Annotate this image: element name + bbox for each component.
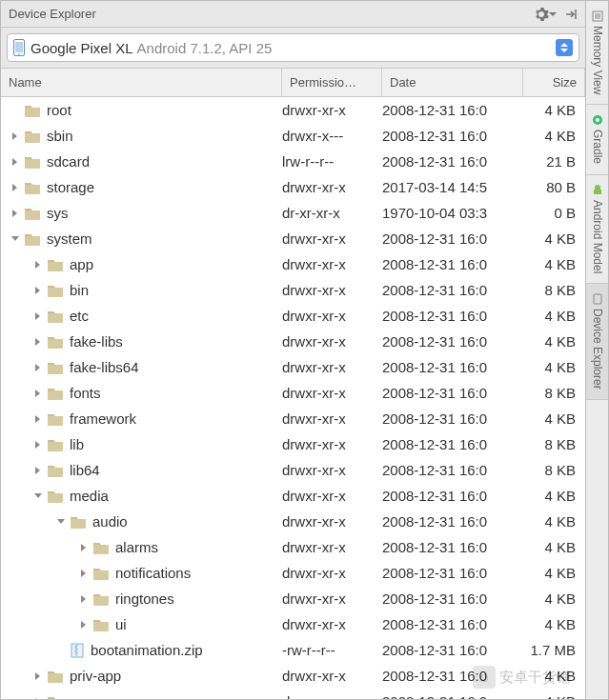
- folder-icon: [24, 130, 41, 143]
- tab-gradle[interactable]: Gradle: [586, 105, 608, 174]
- file-name: fake-libs64: [70, 359, 139, 375]
- file-size: 4 KB: [523, 668, 585, 684]
- file-date: 2008-12-31 16:0: [382, 488, 523, 504]
- file-date: 2008-12-31 16:0: [382, 128, 523, 144]
- disclosure-collapsed-icon[interactable]: [77, 594, 91, 604]
- tree-row[interactable]: usrdrwxr-xr-x2008-12-31 16:04 KB: [1, 689, 585, 699]
- dropdown-toggle-icon[interactable]: [556, 39, 573, 56]
- disclosure-expanded-icon[interactable]: [54, 518, 68, 526]
- file-date: 2008-12-31 16:0: [382, 462, 523, 478]
- folder-icon: [47, 387, 64, 400]
- file-permissions: drwxr-xr-x: [282, 333, 382, 350]
- tree-row[interactable]: bootanimation.zip-rw-r--r--2008-12-31 16…: [1, 637, 585, 663]
- tree-row[interactable]: libdrwxr-xr-x2008-12-31 16:08 KB: [1, 431, 585, 457]
- disclosure-collapsed-icon[interactable]: [9, 157, 22, 167]
- table-header: Name Permissio… Date Size: [1, 69, 585, 97]
- tree-row[interactable]: fake-libsdrwxr-xr-x2008-12-31 16:04 KB: [1, 329, 585, 354]
- disclosure-collapsed-icon[interactable]: [31, 260, 45, 270]
- disclosure-collapsed-icon[interactable]: [31, 697, 45, 700]
- file-size: 4 KB: [523, 333, 585, 350]
- file-permissions: drwxr-xr-x: [282, 359, 382, 375]
- tree-row[interactable]: systemdrwxr-xr-x2008-12-31 16:04 KB: [1, 226, 585, 251]
- file-name: audio: [92, 513, 128, 530]
- tree-row[interactable]: storagedrwxr-xr-x2017-03-14 14:580 B: [1, 174, 585, 200]
- tree-row[interactable]: rootdrwxr-xr-x2008-12-31 16:04 KB: [1, 97, 585, 123]
- folder-icon: [47, 335, 64, 349]
- gear-icon[interactable]: [534, 7, 557, 22]
- hide-icon[interactable]: [564, 8, 578, 21]
- tree-row[interactable]: fake-libs64drwxr-xr-x2008-12-31 16:04 KB: [1, 354, 585, 380]
- file-permissions: drwxr-xr-x: [282, 230, 382, 247]
- disclosure-collapsed-icon[interactable]: [31, 466, 45, 475]
- file-date: 2008-12-31 16:0: [382, 385, 523, 401]
- file-size: 4 KB: [523, 230, 585, 247]
- disclosure-collapsed-icon[interactable]: [31, 440, 45, 450]
- tree-row[interactable]: mediadrwxr-xr-x2008-12-31 16:04 KB: [1, 483, 585, 509]
- folder-icon: [92, 618, 110, 631]
- disclosure-collapsed-icon[interactable]: [31, 363, 45, 372]
- file-name: bootanimation.zip: [91, 642, 203, 658]
- tree-row[interactable]: uidrwxr-xr-x2008-12-31 16:04 KB: [1, 611, 585, 637]
- file-name: storage: [47, 179, 94, 195]
- file-date: 2008-12-31 16:0: [382, 359, 523, 375]
- file-size: 4 KB: [523, 256, 585, 272]
- disclosure-collapsed-icon[interactable]: [9, 209, 22, 218]
- disclosure-collapsed-icon[interactable]: [77, 620, 91, 630]
- disclosure-expanded-icon[interactable]: [31, 492, 45, 500]
- tree-row[interactable]: audiodrwxr-xr-x2008-12-31 16:04 KB: [1, 509, 585, 534]
- tab-android-model[interactable]: Android Model: [586, 175, 608, 284]
- header-size[interactable]: Size: [523, 69, 585, 96]
- folder-icon: [47, 310, 64, 323]
- disclosure-collapsed-icon[interactable]: [9, 183, 22, 192]
- disclosure-collapsed-icon[interactable]: [77, 543, 91, 552]
- tab-memory-view[interactable]: Memory View: [586, 1, 608, 105]
- tree-row[interactable]: lib64drwxr-xr-x2008-12-31 16:08 KB: [1, 457, 585, 483]
- folder-icon: [92, 567, 110, 580]
- tree-row[interactable]: alarmsdrwxr-xr-x2008-12-31 16:04 KB: [1, 534, 585, 560]
- file-permissions: drwxr-xr-x: [282, 488, 382, 504]
- tree-row[interactable]: sbindrwxr-x---2008-12-31 16:04 KB: [1, 123, 585, 149]
- file-size: 4 KB: [523, 513, 585, 530]
- tree-row[interactable]: ringtonesdrwxr-xr-x2008-12-31 16:04 KB: [1, 586, 585, 611]
- file-permissions: drwxr-x---: [282, 128, 382, 144]
- file-date: 2008-12-31 16:0: [382, 436, 523, 452]
- device-dropdown[interactable]: Google Pixel XL Android 7.1.2, API 25: [7, 33, 579, 62]
- tree-row[interactable]: bindrwxr-xr-x2008-12-31 16:08 KB: [1, 277, 585, 303]
- file-permissions: -rw-r--r--: [282, 642, 382, 658]
- tree-row[interactable]: appdrwxr-xr-x2008-12-31 16:04 KB: [1, 251, 585, 277]
- disclosure-collapsed-icon[interactable]: [31, 337, 45, 347]
- tree-row[interactable]: sdcardlrw-r--r--2008-12-31 16:021 B: [1, 149, 585, 174]
- titlebar: Device Explorer: [1, 1, 585, 28]
- panel-title: Device Explorer: [9, 7, 96, 21]
- file-date: 2008-12-31 16:0: [382, 565, 523, 581]
- disclosure-expanded-icon[interactable]: [9, 235, 22, 243]
- tree-row[interactable]: frameworkdrwxr-xr-x2008-12-31 16:04 KB: [1, 406, 585, 431]
- file-date: 2008-12-31 16:0: [382, 333, 523, 350]
- header-name[interactable]: Name: [1, 69, 282, 96]
- tab-device-explorer[interactable]: Device Explorer: [586, 284, 608, 400]
- header-date[interactable]: Date: [382, 69, 523, 96]
- header-permissions[interactable]: Permissio…: [282, 69, 382, 96]
- disclosure-collapsed-icon[interactable]: [31, 286, 45, 295]
- tree-row[interactable]: priv-appdrwxr-xr-x2008-12-31 16:04 KB: [1, 663, 585, 689]
- file-size: 4 KB: [523, 359, 585, 375]
- device-details: Android 7.1.2, API 25: [137, 40, 273, 56]
- folder-icon: [47, 670, 64, 683]
- disclosure-collapsed-icon[interactable]: [31, 671, 45, 681]
- disclosure-collapsed-icon[interactable]: [31, 414, 45, 424]
- file-date: 2008-12-31 16:0: [382, 308, 523, 324]
- tree-row[interactable]: notificationsdrwxr-xr-x2008-12-31 16:04 …: [1, 560, 585, 586]
- svg-rect-5: [595, 13, 600, 19]
- file-permissions: lrw-r--r--: [282, 153, 382, 170]
- file-permissions: dr-xr-xr-x: [282, 205, 382, 221]
- tree-row[interactable]: sysdr-xr-xr-x1970-10-04 03:30 B: [1, 200, 585, 226]
- disclosure-collapsed-icon[interactable]: [31, 311, 45, 321]
- tree-row[interactable]: fontsdrwxr-xr-x2008-12-31 16:08 KB: [1, 380, 585, 406]
- file-tree[interactable]: rootdrwxr-xr-x2008-12-31 16:04 KBsbindrw…: [1, 97, 585, 699]
- tree-row[interactable]: etcdrwxr-xr-x2008-12-31 16:04 KB: [1, 303, 585, 329]
- file-size: 4 KB: [523, 308, 585, 324]
- disclosure-collapsed-icon[interactable]: [31, 389, 45, 398]
- disclosure-collapsed-icon[interactable]: [9, 131, 22, 141]
- disclosure-collapsed-icon[interactable]: [77, 569, 91, 578]
- file-date: 2008-12-31 16:0: [382, 513, 523, 530]
